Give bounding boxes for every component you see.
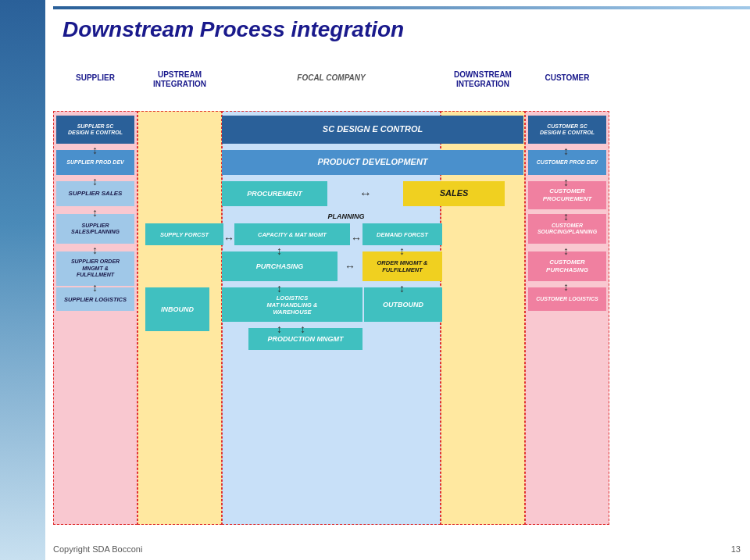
arrow-capacity-demand: ↔ [351, 232, 362, 244]
arrow-v5: ↕ [92, 281, 98, 294]
sidebar-decoration [0, 0, 45, 560]
arrow-v-order2: ↕ [399, 281, 405, 295]
footer: Copyright SDA Bocconi 13 [53, 544, 741, 554]
box-procurement: PROCUREMENT [222, 181, 327, 206]
arrow-v4: ↕ [92, 244, 98, 256]
arrow-procurement-sales: ↔ [330, 187, 401, 200]
box-logistics: LOGISTICS MAT HANDLING & WAREHOUSE [222, 287, 362, 322]
arrow-v-purchasing2: ↕ [277, 281, 282, 295]
arrow-v1: ↕ [92, 144, 98, 156]
box-production-mngmt: PRODUCTION MNGMT [248, 328, 362, 350]
copyright: Copyright SDA Bocconi [53, 544, 142, 554]
box-capacity-mat: CAPACITY & MAT MGMT [234, 223, 350, 245]
box-product-dev: PRODUCT DEVELOPMENT [222, 150, 523, 175]
top-accent-line [53, 6, 750, 9]
arrow-v2: ↕ [92, 175, 98, 187]
arrow-v3: ↕ [92, 206, 98, 219]
box-customer-sc: CUSTOMER SC DESIGN E CONTROL [528, 116, 606, 144]
arrow-v-purchasing: ↕ [277, 244, 282, 258]
box-supply-forcst: SUPPLY FORCST [145, 223, 223, 245]
box-inbound: INBOUND [145, 287, 209, 331]
box-demand-forcst: DEMAND FORCST [362, 223, 442, 245]
box-supplier-sc: SUPPLIER SC DESIGN E CONTROL [56, 116, 134, 144]
arrow-v-order: ↕ [399, 244, 405, 258]
planning-label: PLANNING [295, 212, 397, 225]
box-sc-design: SC DESIGN E CONTROL [222, 116, 523, 144]
col-header-customer: CUSTOMER [525, 73, 609, 83]
arrow-v-cust1: ↕ [563, 144, 569, 158]
arrow-v-logistics: ↕ [277, 322, 282, 336]
arrow-v-cust3: ↕ [563, 209, 569, 223]
arrow-v-logistics2: ↕ [300, 322, 305, 336]
arrow-v-cust2: ↕ [563, 175, 569, 189]
arrow-supply-capacity: ↔ [223, 232, 234, 244]
box-sales: SALES [403, 181, 505, 206]
col-header-downstream: DOWNSTREAM INTEGRATION [441, 70, 525, 89]
page-title: Downstream Process integration [62, 17, 404, 42]
col-header-focal: FOCAL COMPANY [222, 73, 441, 83]
diagram-area: SUPPLIER UPSTREAM INTEGRATION FOCAL COMP… [53, 70, 741, 525]
page-number: 13 [731, 544, 741, 554]
arrow-v-cust5: ↕ [563, 280, 569, 294]
col-header-upstream: UPSTREAM INTEGRATION [138, 70, 222, 89]
arrow-v-cust4: ↕ [563, 244, 569, 258]
col-header-supplier: SUPPLIER [53, 73, 138, 83]
arrow-purchasing-order: ↔ [339, 260, 361, 273]
